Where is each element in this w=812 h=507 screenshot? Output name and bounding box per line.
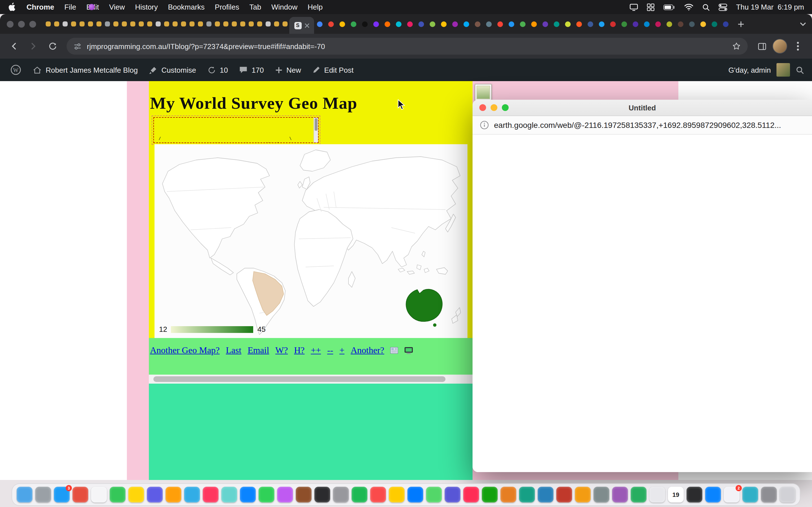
wp-search-icon[interactable] [796,66,804,74]
zoom-window-button[interactable] [29,20,36,27]
dock-app-icon[interactable] [649,487,665,503]
dock-app-icon[interactable] [631,487,647,503]
dock-app-icon[interactable] [91,487,107,503]
browser-tab[interactable] [382,16,393,32]
side-panel-icon[interactable] [753,38,770,55]
display-mirroring-icon[interactable] [629,3,639,11]
browser-tab[interactable] [146,16,154,32]
apple-menu-icon[interactable] [8,2,16,12]
browser-tab[interactable] [506,16,517,32]
horizontal-scrollbar-thumb[interactable] [153,376,446,382]
dock-app-icon[interactable] [110,487,125,503]
browser-tab[interactable] [573,16,585,32]
dock-app-icon[interactable] [221,487,237,503]
dock-app-icon[interactable] [612,487,628,503]
browser-tab[interactable] [325,16,337,32]
dock-app-icon[interactable] [184,487,200,503]
browser-tab[interactable] [112,16,120,32]
page-link[interactable]: Last [226,345,241,355]
browser-tab[interactable] [495,16,506,32]
browser-tab[interactable] [61,16,69,32]
browser-tab[interactable] [449,16,461,32]
wp-new-menu[interactable]: New [269,59,307,81]
dock-app-icon[interactable] [147,487,163,503]
dock-app-icon[interactable] [407,487,423,503]
browser-tab[interactable] [630,16,641,32]
dock-app-icon[interactable] [296,487,312,503]
browser-tab[interactable] [483,16,495,32]
browser-tab[interactable] [562,16,573,32]
browser-tab[interactable] [359,16,370,32]
world-geo-map[interactable]: 12 45 [154,144,467,338]
url-text[interactable]: rjmprogramming.com.au/ITblog/?p=72374&pr… [87,42,727,50]
browser-tab[interactable] [221,16,230,32]
page-link[interactable]: W? [275,345,288,355]
site-settings-icon[interactable] [73,42,82,50]
page-link[interactable]: + [340,345,345,355]
browser-tab[interactable] [337,16,348,32]
dock-app-icon[interactable] [445,487,460,503]
wp-updates-menu[interactable]: 10 [202,59,234,81]
browser-tab[interactable] [641,16,652,32]
browser-tab[interactable] [652,16,664,32]
dock-app-icon[interactable] [165,487,181,503]
computer-icon[interactable] [405,347,414,354]
horizontal-scrollbar[interactable] [149,375,472,384]
browser-tab[interactable] [120,16,129,32]
wp-greeting[interactable]: G'day, admin [728,66,771,74]
dock-app-icon[interactable] [333,487,349,503]
dock-app-icon[interactable] [128,487,144,503]
dock-app-icon[interactable] [370,487,386,503]
spotlight-search-icon[interactable] [702,3,710,11]
browser-tab[interactable] [86,16,95,32]
browser-tab[interactable] [52,16,61,32]
browser-tab[interactable] [675,16,686,32]
browser-tab[interactable] [393,16,404,32]
dock-app-icon[interactable] [519,487,535,503]
browser-tab[interactable] [78,16,86,32]
dock-app-icon[interactable] [761,487,777,503]
minimize-window-button[interactable] [18,20,25,27]
browser-tab[interactable] [585,16,596,32]
browser-tab[interactable] [281,16,289,32]
menu-item[interactable]: Profiles [215,3,239,11]
wifi-icon[interactable] [684,3,694,11]
menu-item[interactable]: Window [271,3,298,11]
browser-tab[interactable] [205,16,213,32]
menu-item[interactable]: History [135,3,158,11]
dock-app-icon[interactable] [556,487,572,503]
page-link[interactable]: Email [248,345,269,355]
popup-title-bar[interactable]: Untitled [472,100,812,116]
browser-tab[interactable] [528,16,540,32]
newspaper-icon[interactable] [391,347,398,354]
menu-item[interactable]: Help [308,3,323,11]
close-window-button[interactable] [479,104,486,111]
dock-app-icon[interactable] [277,487,293,503]
page-link[interactable]: Another? [351,345,384,355]
close-tab-icon[interactable] [304,23,309,28]
dock-app-icon[interactable] [463,487,479,503]
dock-app-icon[interactable] [203,487,218,503]
menu-bar-clock[interactable]: Thu 19 Mar 6:19 pm [736,3,804,11]
dock-app-icon[interactable] [742,487,758,503]
browser-tab[interactable] [607,16,619,32]
browser-tab[interactable] [370,16,382,32]
browser-tab[interactable] [438,16,449,32]
browser-tab[interactable] [348,16,359,32]
menu-item[interactable]: Bookmarks [168,3,205,11]
dock-app-icon[interactable] [594,487,609,503]
dock-app-icon[interactable] [500,487,516,503]
dock-app-icon[interactable] [538,487,553,503]
browser-tab[interactable] [69,16,78,32]
page-link[interactable]: ++ [311,345,321,355]
browser-tab[interactable] [179,16,188,32]
browser-tab[interactable] [272,16,281,32]
new-tab-button[interactable] [733,17,748,31]
browser-tab[interactable] [239,16,247,32]
browser-tab[interactable] [720,16,731,32]
browser-tab[interactable] [247,16,255,32]
active-app-name[interactable]: Chrome [27,3,54,11]
menu-item[interactable]: File [64,3,76,11]
browser-tab[interactable] [162,16,171,32]
info-icon[interactable] [480,121,489,129]
